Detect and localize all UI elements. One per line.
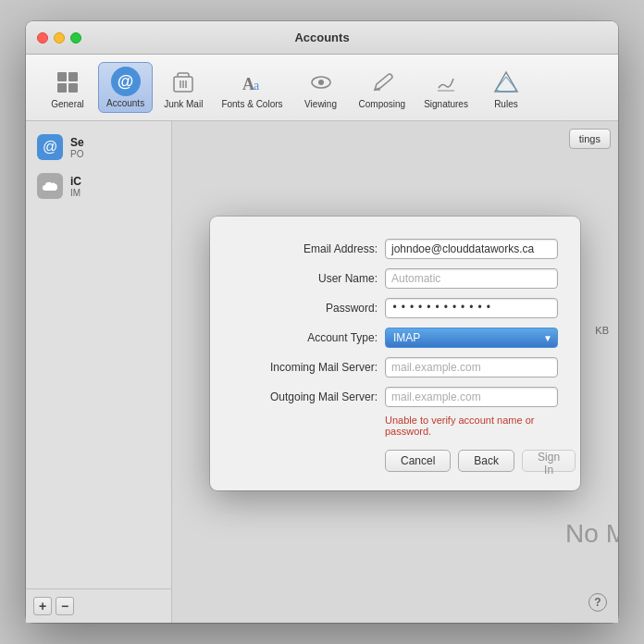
signatures-icon xyxy=(431,68,461,97)
sign-in-button[interactable]: Sign In xyxy=(522,450,576,472)
viewing-icon xyxy=(306,68,336,97)
outgoing-label: Outgoing Mail Server: xyxy=(232,390,385,403)
sidebar-item-1-text: Se PO xyxy=(70,136,160,159)
sidebar-item-2[interactable]: iC IM xyxy=(30,167,167,204)
account-type-label: Account Type: xyxy=(232,331,385,344)
accounts-icon: @ xyxy=(111,67,141,96)
account-type-row: Account Type: IMAP POP Exchange ▼ xyxy=(232,328,558,348)
sidebar-bottom: + − xyxy=(26,588,171,623)
toolbar-item-fonts[interactable]: A a Fonts & Colors xyxy=(214,64,290,113)
toolbar-item-viewing[interactable]: Viewing xyxy=(294,64,348,113)
sidebar: @ Se PO iC IM xyxy=(26,121,172,623)
svg-text:a: a xyxy=(254,79,260,93)
account-type-wrapper: IMAP POP Exchange ▼ xyxy=(385,328,558,348)
svg-rect-2 xyxy=(57,83,67,93)
signatures-label: Signatures xyxy=(424,99,468,109)
email-label: Email Address: xyxy=(232,242,385,255)
add-account-button[interactable]: + xyxy=(33,597,52,615)
minimize-button[interactable] xyxy=(54,32,65,43)
password-input[interactable] xyxy=(385,298,558,318)
toolbar-item-accounts[interactable]: @ Accounts xyxy=(98,62,153,113)
outgoing-row: Outgoing Mail Server: xyxy=(232,387,558,407)
sidebar-item-2-text: iC IM xyxy=(70,175,160,198)
incoming-input[interactable] xyxy=(385,357,558,378)
maximize-button[interactable] xyxy=(70,32,81,43)
main-window: Accounts General @ Accounts xyxy=(26,21,618,623)
email-row: Email Address: xyxy=(232,239,558,259)
accounts-label: Accounts xyxy=(106,98,144,108)
fonts-icon: A a xyxy=(237,68,266,97)
email-input[interactable] xyxy=(385,239,558,259)
svg-rect-0 xyxy=(57,72,67,81)
svg-rect-1 xyxy=(68,72,78,81)
junk-icon xyxy=(168,68,198,97)
incoming-row: Incoming Mail Server: xyxy=(232,357,558,378)
sidebar-item-1-icon: @ xyxy=(37,134,63,160)
toolbar-item-composing[interactable]: Composing xyxy=(352,64,414,113)
incoming-label: Incoming Mail Server: xyxy=(232,361,385,374)
outgoing-input[interactable] xyxy=(385,387,558,407)
password-label: Password: xyxy=(232,302,385,315)
toolbar-item-signatures[interactable]: Signatures xyxy=(416,64,476,113)
sidebar-item-2-sub: IM xyxy=(70,188,160,198)
svg-rect-3 xyxy=(68,83,78,93)
toolbar-item-rules[interactable]: Rules xyxy=(479,64,533,113)
toolbar: General @ Accounts Junk Mail A xyxy=(26,55,618,121)
cancel-button[interactable]: Cancel xyxy=(385,450,451,472)
right-panel: tings KB No M ? Email Address: User Name… xyxy=(172,121,618,623)
title-bar: Accounts xyxy=(26,21,618,55)
viewing-label: Viewing xyxy=(304,99,337,109)
rules-icon xyxy=(491,68,521,97)
modal-buttons: Cancel Back Sign In xyxy=(385,450,558,472)
rules-label: Rules xyxy=(494,99,518,109)
username-row: User Name: xyxy=(232,268,558,289)
sidebar-item-1-sub: PO xyxy=(70,149,160,159)
modal-dialog: Email Address: User Name: Password: Acco… xyxy=(210,217,580,490)
fonts-label: Fonts & Colors xyxy=(221,99,282,109)
username-label: User Name: xyxy=(232,272,385,285)
error-message: Unable to verify account name or passwor… xyxy=(385,415,558,437)
toolbar-item-junk[interactable]: Junk Mail xyxy=(156,64,210,113)
sidebar-item-1[interactable]: @ Se PO xyxy=(30,129,167,166)
svg-marker-14 xyxy=(495,72,517,92)
window-title: Accounts xyxy=(294,31,349,44)
close-button[interactable] xyxy=(37,32,48,43)
sidebar-item-2-name: iC xyxy=(70,175,160,188)
main-content: @ Se PO iC IM xyxy=(26,121,618,623)
back-button[interactable]: Back xyxy=(458,450,514,472)
traffic-lights xyxy=(26,32,81,43)
username-input[interactable] xyxy=(385,268,558,289)
composing-icon xyxy=(367,68,397,97)
junk-label: Junk Mail xyxy=(164,99,203,109)
sidebar-items-list: @ Se PO iC IM xyxy=(26,121,171,588)
composing-label: Composing xyxy=(359,99,406,109)
account-type-select[interactable]: IMAP POP Exchange xyxy=(385,328,558,348)
modal-overlay: Email Address: User Name: Password: Acco… xyxy=(172,121,618,623)
sidebar-item-2-icon xyxy=(37,173,63,199)
general-icon xyxy=(53,68,82,97)
toolbar-item-general[interactable]: General xyxy=(41,64,94,113)
svg-point-11 xyxy=(318,80,324,85)
password-row: Password: xyxy=(232,298,558,318)
sidebar-item-1-name: Se xyxy=(70,136,160,149)
remove-account-button[interactable]: − xyxy=(56,597,74,615)
general-label: General xyxy=(51,99,84,109)
